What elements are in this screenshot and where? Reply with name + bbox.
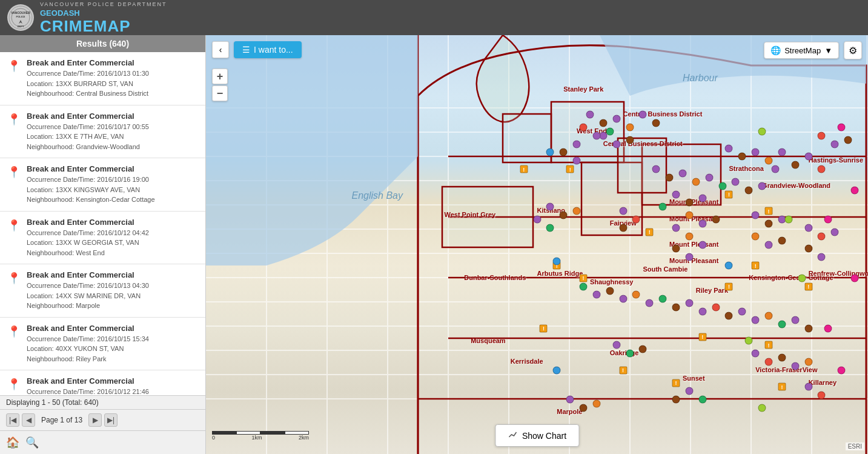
last-page-button[interactable]: ▶| — [104, 413, 118, 427]
crime-marker: ! — [804, 282, 812, 290]
crime-marker — [758, 182, 766, 190]
search-button[interactable]: 🔍 — [25, 436, 39, 449]
crime-marker — [606, 127, 614, 135]
crime-marker — [752, 316, 760, 324]
crime-marker — [652, 165, 660, 173]
crime-marker: ! — [778, 383, 786, 391]
list-item[interactable]: 📍 Break and Enter Commercial Occurrence … — [0, 318, 205, 371]
scale-bar — [212, 430, 309, 435]
crime-marker — [685, 253, 693, 261]
crime-marker — [626, 136, 634, 144]
crime-marker — [678, 170, 686, 178]
item-title: Break and Enter Commercial — [27, 112, 198, 121]
crime-marker — [586, 111, 594, 119]
crime-marker — [791, 316, 799, 324]
item-title: Break and Enter Commercial — [27, 270, 198, 279]
app-header: VANCOUVER POLICE DEPT VANCOUVER POLICE D… — [0, 0, 868, 35]
list-item[interactable]: 📍 Break and Enter Commercial Occurrence … — [0, 52, 205, 105]
map-toolbar-left: ‹ ☰ I want to... — [212, 41, 302, 58]
item-detail: Occurrence Date/Time: 2016/10/15 15:34 L… — [27, 334, 198, 364]
org-name: VANCOUVER POLICE DEPARTMENT — [40, 1, 167, 7]
crime-marker — [619, 295, 627, 303]
svg-text:VANCOUVER: VANCOUVER — [11, 11, 30, 15]
first-page-button[interactable]: |◀ — [6, 413, 19, 427]
crime-marker — [804, 358, 812, 366]
crime-marker — [752, 350, 760, 358]
crime-marker — [725, 312, 733, 319]
crime-marker: ! — [765, 207, 773, 215]
tools-button[interactable]: ⚙ — [844, 41, 862, 59]
crime-marker — [738, 308, 746, 316]
crime-marker: ! — [765, 341, 773, 349]
item-detail: Occurrence Date/Time: 2016/10/13 01:30 L… — [27, 68, 198, 99]
crime-marker — [831, 140, 839, 148]
pagination-bar: |◀ ◀ Page 1 of 13 ▶ ▶| — [0, 410, 205, 431]
location-icon: 📍 — [7, 325, 21, 338]
crime-marker: ! — [566, 165, 574, 173]
crime-marker — [652, 119, 660, 127]
list-item[interactable]: 📍 Break and Enter Commercial Occurrence … — [0, 264, 205, 318]
crime-marker — [698, 241, 706, 249]
crime-marker — [818, 232, 826, 240]
crime-marker: ! — [520, 165, 528, 173]
item-title: Break and Enter Commercial — [27, 164, 198, 173]
crime-marker — [546, 224, 554, 232]
streetmap-button[interactable]: 🌐 StreetMap ▼ — [764, 42, 839, 59]
crime-marker — [580, 404, 588, 412]
crime-marker: ! — [725, 282, 733, 290]
location-icon: 📍 — [7, 59, 21, 73]
crime-marker — [646, 299, 654, 307]
crime-marker: ! — [580, 274, 588, 282]
crime-marker — [553, 258, 561, 265]
results-count: Results (640) — [76, 39, 129, 48]
crime-marker — [573, 140, 581, 148]
item-content: Break and Enter Commercial Occurrence Da… — [27, 376, 198, 395]
collapse-sidebar-button[interactable]: ‹ — [212, 41, 229, 58]
crime-marker — [818, 392, 826, 399]
item-detail: Occurrence Date/Time: 2016/10/12 21:46 — [27, 387, 198, 395]
location-icon: 📍 — [7, 219, 21, 232]
home-button[interactable]: 🏠 — [6, 436, 19, 449]
crime-marker — [851, 274, 859, 282]
sidebar-header: Results (640) — [0, 35, 205, 52]
list-item[interactable]: 📍 Break and Enter Commercial Occurrence … — [0, 212, 205, 265]
location-icon: 📍 — [7, 378, 21, 391]
results-sidebar: Results (640) 📍 Break and Enter Commerci… — [0, 35, 206, 454]
list-item[interactable]: 📍 Break and Enter Commercial Occurrence … — [0, 370, 205, 395]
crime-marker — [560, 149, 568, 156]
location-icon: 📍 — [7, 272, 21, 285]
zoom-in-button[interactable]: + — [212, 68, 228, 84]
svg-text:POLICE: POLICE — [16, 15, 25, 18]
crime-marker — [698, 219, 706, 227]
zoom-out-button[interactable]: − — [212, 85, 228, 101]
map-container[interactable]: English Bay Harbour Stanley Park West En… — [206, 35, 868, 454]
list-item[interactable]: 📍 Break and Enter Commercial Occurrence … — [0, 105, 205, 159]
next-page-button[interactable]: ▶ — [88, 413, 102, 427]
crime-marker — [745, 186, 753, 194]
crime-marker — [666, 173, 674, 181]
iwant-button[interactable]: ☰ I want to... — [234, 41, 302, 58]
tools-icon: ⚙ — [849, 45, 857, 56]
crime-marker — [672, 304, 680, 312]
results-list[interactable]: 📍 Break and Enter Commercial Occurrence … — [0, 52, 205, 395]
crime-marker — [804, 245, 812, 253]
item-content: Break and Enter Commercial Occurrence Da… — [27, 58, 198, 99]
crime-marker — [619, 224, 627, 232]
crime-marker — [553, 366, 561, 374]
crime-marker — [778, 320, 786, 328]
crime-marker — [685, 387, 693, 395]
main-content: Results (640) 📍 Break and Enter Commerci… — [0, 35, 868, 454]
app-name: GEODASH CRIMEMAP — [40, 7, 167, 34]
crime-marker — [718, 182, 726, 190]
map-scale: 0 1km 2km — [212, 430, 309, 441]
prev-page-button[interactable]: ◀ — [22, 413, 35, 427]
item-detail: Occurrence Date/Time: 2016/10/17 00:55 L… — [27, 122, 198, 152]
crime-marker — [844, 136, 852, 144]
show-chart-button[interactable]: Show Chart — [495, 424, 579, 447]
scale-label-0: 0 — [212, 435, 215, 441]
geodash-label: GEODASH — [40, 8, 80, 18]
crime-marker — [791, 161, 799, 169]
list-item[interactable]: 📍 Break and Enter Commercial Occurrence … — [0, 158, 205, 212]
crime-marker — [712, 304, 720, 312]
crime-marker — [752, 232, 760, 240]
